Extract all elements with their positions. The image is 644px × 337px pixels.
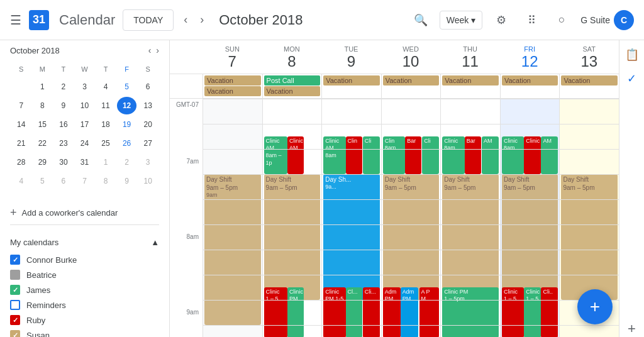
- clinic-pm-fri2[interactable]: Clinic 1 – 5: [524, 287, 540, 337]
- mini-cal-day[interactable]: 7: [11, 97, 31, 114]
- clinic-am-mon1[interactable]: Clinic AM 8am – 1p: [264, 136, 287, 174]
- clinic-pm-tue2[interactable]: Cl...: [346, 287, 362, 337]
- mini-cal-next[interactable]: ›: [156, 45, 159, 55]
- mini-cal-day[interactable]: 2: [117, 153, 137, 171]
- mini-cal-day[interactable]: 9: [117, 172, 137, 190]
- mini-cal-day[interactable]: 2: [53, 78, 74, 96]
- mini-cal-day[interactable]: 25: [96, 135, 116, 152]
- next-arrow[interactable]: ›: [197, 11, 206, 29]
- calendar-item[interactable]: ✓James: [10, 282, 159, 297]
- clinic-am-wed1[interactable]: Clin 8am: [383, 136, 406, 174]
- clinic-am-fri1[interactable]: Clinic 8am: [502, 136, 525, 174]
- mini-cal-day[interactable]: 13: [138, 97, 158, 114]
- calendar-checkbox[interactable]: ✓: [10, 315, 20, 325]
- mini-cal-day[interactable]: 8: [96, 172, 116, 190]
- day-col-tue[interactable]: Clinic AM 8am Clin Cli Day Sh... 9a...: [321, 99, 381, 337]
- grid-icon[interactable]: ⠿: [520, 9, 543, 31]
- day-shift-mon[interactable]: Day Shift 9am – 5pm: [264, 174, 321, 300]
- mini-cal-day[interactable]: 5: [117, 78, 137, 96]
- mini-cal-day[interactable]: 10: [75, 97, 95, 114]
- prev-arrow[interactable]: ‹: [181, 11, 190, 29]
- vacation-wed[interactable]: Vacation: [383, 75, 440, 86]
- clinic-am-mon2[interactable]: Clinic AM: [287, 136, 304, 174]
- note-icon[interactable]: 📋: [625, 48, 639, 62]
- mini-cal-day[interactable]: 24: [75, 135, 95, 152]
- clinic-am-thu3[interactable]: AM: [482, 136, 499, 174]
- clinic-am-tue1[interactable]: Clinic AM 8am: [323, 136, 346, 174]
- day-shift-thu[interactable]: Day Shift 9am – 5pm: [442, 174, 499, 300]
- clinic-pm-wed3[interactable]: A P M: [419, 287, 440, 337]
- mini-cal-day[interactable]: 29: [33, 153, 53, 171]
- mini-cal-day[interactable]: 3: [75, 78, 95, 96]
- mini-cal-day[interactable]: 28: [11, 153, 31, 171]
- mini-cal-day[interactable]: 26: [117, 135, 137, 152]
- calendar-item[interactable]: Beatrice: [10, 267, 159, 282]
- day-col-wed[interactable]: Clin 8am Bar Cli Day Shift 9am – 5pm: [381, 99, 441, 337]
- clinic-pm-thu[interactable]: Clinic PM 1 – 5pm: [442, 287, 499, 337]
- my-calendars-section[interactable]: My calendars ▲: [10, 233, 159, 252]
- vacation-tue[interactable]: Vacation: [323, 75, 380, 86]
- mini-cal-day[interactable]: 1: [96, 153, 116, 171]
- mini-cal-day[interactable]: 15: [33, 116, 53, 133]
- clinic-pm-tue1[interactable]: Clinic PM 1-5: [323, 287, 346, 337]
- mini-cal-day[interactable]: 9: [53, 97, 74, 114]
- mini-cal-day[interactable]: 23: [53, 135, 74, 152]
- calendar-checkbox[interactable]: ✓: [10, 285, 20, 295]
- mini-cal-day[interactable]: 6: [53, 172, 74, 190]
- vacation-sat[interactable]: Vacation: [561, 75, 618, 86]
- calendar-item[interactable]: ✓Susan: [10, 328, 159, 337]
- day-col-mon[interactable]: Clinic AM 8am – 1p Clinic AM Day Shift 9…: [262, 99, 322, 337]
- clinic-am-fri3[interactable]: AM: [541, 136, 558, 174]
- add-coworker[interactable]: + Add a coworker's calendar: [10, 201, 159, 225]
- calendar-checkbox[interactable]: ✓: [10, 330, 20, 337]
- day-col-thu[interactable]: Clinic 8am Bar AM Day Shift 9am – 5pm: [440, 99, 500, 337]
- settings-icon[interactable]: ⚙: [490, 9, 513, 31]
- vacation-sun[interactable]: Vacation: [204, 75, 261, 86]
- clinic-am-wed2[interactable]: Bar: [405, 136, 421, 174]
- mini-cal-day[interactable]: 14: [11, 116, 31, 133]
- mini-cal-day[interactable]: 10: [138, 172, 158, 190]
- mini-cal-day[interactable]: 27: [138, 135, 158, 152]
- clinic-am-thu2[interactable]: Bar: [465, 136, 481, 174]
- mini-cal-day[interactable]: 22: [33, 135, 53, 152]
- mini-cal-day[interactable]: 21: [11, 135, 31, 152]
- calendar-item[interactable]: ✓Connor Burke: [10, 252, 159, 267]
- mini-cal-day[interactable]: 12: [117, 97, 137, 114]
- day-col-sun[interactable]: Day Shift 9am – 5pm 9am: [203, 99, 262, 337]
- clinic-pm-fri3[interactable]: Cli..: [541, 287, 558, 337]
- day-col-fri[interactable]: Clinic 8am Clinic AM Day Shift 9am – 5pm: [500, 99, 560, 337]
- mini-cal-day[interactable]: 4: [11, 172, 31, 190]
- postcall-mon[interactable]: Post Call: [264, 75, 321, 86]
- mini-cal-day[interactable]: 18: [96, 116, 116, 133]
- mini-cal-day[interactable]: 31: [75, 153, 95, 171]
- account-icon[interactable]: ○: [550, 9, 573, 31]
- menu-icon[interactable]: ☰: [10, 13, 21, 28]
- vacation-mon[interactable]: Vacation: [264, 86, 321, 96]
- clinic-am-thu1[interactable]: Clinic 8am: [442, 136, 465, 174]
- mini-cal-day[interactable]: 17: [75, 116, 95, 133]
- search-icon[interactable]: 🔍: [409, 9, 432, 31]
- mini-cal-day[interactable]: 16: [53, 116, 74, 133]
- vacation-sun2[interactable]: Vacation: [204, 86, 261, 96]
- clinic-pm-mon1[interactable]: Clinic 1 – 5: [264, 287, 287, 337]
- mini-cal-day[interactable]: 11: [96, 97, 116, 114]
- fab-add-button[interactable]: +: [577, 289, 613, 324]
- mini-cal-day[interactable]: 1: [33, 78, 53, 96]
- mini-cal-day[interactable]: 4: [96, 78, 116, 96]
- day-shift-wed[interactable]: Day Shift 9am – 5pm: [383, 174, 440, 300]
- add-right-icon[interactable]: +: [628, 321, 636, 337]
- calendar-checkbox[interactable]: [10, 270, 20, 280]
- clinic-am-tue2[interactable]: Clin: [346, 136, 362, 174]
- mini-cal-day[interactable]: [11, 78, 31, 96]
- calendar-checkbox[interactable]: [10, 300, 20, 310]
- vacation-fri[interactable]: Vacation: [502, 75, 558, 86]
- clinic-pm-fri1[interactable]: Clinic 1 – 5: [502, 287, 525, 337]
- day-shift-sat[interactable]: Day Shift 9am – 5pm: [561, 174, 618, 300]
- calendar-checkbox[interactable]: ✓: [10, 255, 20, 265]
- clinic-am-fri2[interactable]: Clinic: [524, 136, 540, 174]
- calendar-item[interactable]: Reminders: [10, 297, 159, 312]
- mini-cal-day[interactable]: 6: [138, 78, 158, 96]
- calendar-item[interactable]: ✓Ruby: [10, 312, 159, 328]
- mini-cal-day[interactable]: 19: [117, 116, 137, 133]
- clinic-pm-wed1[interactable]: Adm PM: [383, 287, 401, 337]
